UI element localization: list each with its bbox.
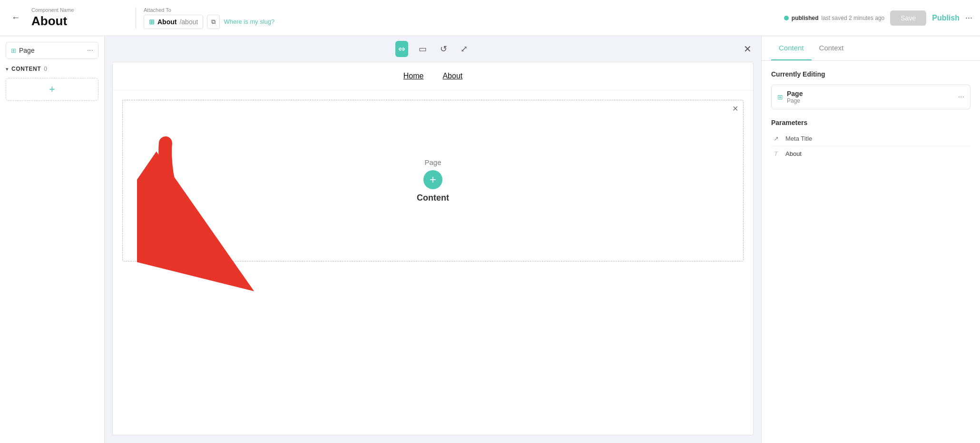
content-area-close-button[interactable]: ✕ [732,104,738,113]
mobile-view-button[interactable]: ▭ [416,41,430,57]
sidebar-page-name: Page [19,47,35,54]
chevron-icon: ▾ [6,66,9,72]
desktop-icon: ⇔ [398,44,405,54]
home-nav-link[interactable]: Home [403,72,424,80]
status-indicator: published last saved 2 minutes ago [784,15,884,21]
currently-editing-heading: Currently Editing [771,70,970,78]
about-value-row: T About [771,146,970,161]
right-panel-content: Currently Editing ⊞ Page Page ··· Parame… [762,61,980,443]
parameters-heading: Parameters [771,119,970,126]
content-section: ▾ CONTENT 0 [6,64,98,74]
published-label: published [792,15,819,21]
attached-value: ⊞ About /about ⧉ Where is my slug? [144,15,776,29]
attached-page-name: About [157,18,176,26]
page-icon: ⊞ [149,18,155,26]
meta-title-label: Meta Title [785,135,970,142]
add-block-button[interactable]: + [6,78,98,101]
refresh-button[interactable]: ↺ [437,41,450,57]
canvas-frame: Home About ✕ Page + Content [112,62,754,435]
meta-title-row: ↗ Meta Title [771,131,970,146]
text-type-icon: T [771,150,781,157]
sidebar-page-label: ⊞ Page [11,47,35,54]
tab-context[interactable]: Context [812,36,852,60]
last-saved-label: last saved 2 minutes ago [822,15,885,21]
refresh-icon: ↺ [440,44,447,54]
right-tabs: Content Context [762,36,980,61]
editing-page-type: Page [787,97,803,104]
attached-to-label: Attached To [144,7,776,13]
save-button[interactable]: Save [890,10,926,26]
about-value: About [785,150,802,157]
editing-info: ⊞ Page Page [777,90,803,104]
published-dot [784,16,789,20]
link-param-icon: ↗ [771,135,781,142]
content-bold-label: Content [417,193,449,203]
where-is-slug-link[interactable]: Where is my slug? [224,18,274,25]
page-icon: ⊞ [11,47,16,54]
desktop-view-button[interactable]: ⇔ [395,41,408,57]
editing-page-name: Page [787,90,803,97]
editing-page-icon: ⊞ [777,93,783,101]
arrow-overlay [137,129,327,309]
canvas-toolbar: ⇔ ▭ ↺ ⤢ ✕ [105,36,761,62]
content-label: CONTENT [11,66,41,72]
attached-box[interactable]: ⊞ About /about [144,15,203,29]
sidebar-more-button[interactable]: ··· [87,46,93,55]
header-actions: published last saved 2 minutes ago Save … [784,10,972,26]
right-sidebar: Content Context Currently Editing ⊞ Page… [761,36,980,443]
currently-editing-row: ⊞ Page Page ··· [771,85,970,109]
component-name-section: Component Name About [31,7,136,29]
header: ← Component Name About Attached To ⊞ Abo… [0,0,980,36]
copy-slug-button[interactable]: ⧉ [207,15,220,29]
expand-button[interactable]: ⤢ [458,41,470,57]
add-content-button[interactable]: + [423,170,442,189]
component-name-label: Component Name [31,7,124,13]
add-content-icon: + [430,174,436,185]
left-sidebar: ⊞ Page ··· ▾ CONTENT 0 + [0,36,105,443]
canvas-area: ⇔ ▭ ↺ ⤢ ✕ Home About ✕ Page [105,36,761,443]
attached-slug: /about [179,18,198,26]
content-count: 0 [44,66,47,72]
sidebar-page-row: ⊞ Page ··· [6,42,98,59]
attached-to-section: Attached To ⊞ About /about ⧉ Where is my… [144,7,776,29]
editing-more-button[interactable]: ··· [958,93,964,101]
publish-button[interactable]: Publish [932,14,960,22]
tab-content[interactable]: Content [771,36,812,60]
add-block-icon: + [49,83,55,96]
about-nav-link[interactable]: About [442,72,462,80]
page-area-label: Page [424,158,441,166]
canvas-close-button[interactable]: ✕ [744,43,752,55]
editing-name-col: Page Page [787,90,803,104]
main-layout: ⊞ Page ··· ▾ CONTENT 0 + ⇔ ▭ ↺ ⤢ [0,36,980,443]
mobile-icon: ▭ [419,44,427,54]
more-options-button[interactable]: ··· [965,13,972,23]
component-title: About [31,14,124,29]
expand-icon: ⤢ [461,44,468,54]
back-button[interactable]: ← [8,11,24,25]
canvas-content-area: ✕ Page + Content [122,100,744,261]
canvas-nav: Home About [113,62,753,90]
